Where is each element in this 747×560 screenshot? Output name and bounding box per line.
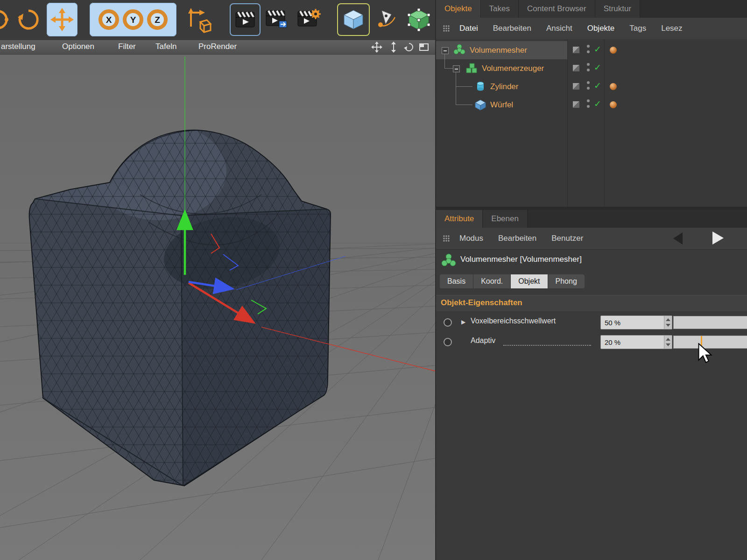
material-ball[interactable] bbox=[610, 47, 617, 54]
subtab-basis[interactable]: Basis bbox=[440, 274, 473, 288]
object-manager-tabbar: Objekte Takes Content Browser Struktur bbox=[436, 0, 747, 18]
tab-struktur[interactable]: Struktur bbox=[595, 0, 641, 18]
om-menu-datei[interactable]: Datei bbox=[459, 24, 478, 33]
panel-splitter[interactable] bbox=[436, 207, 747, 210]
tab-objekte[interactable]: Objekte bbox=[436, 0, 481, 18]
pan-view-icon[interactable] bbox=[371, 42, 382, 53]
object-manager-menubar: Datei Bearbeiten Ansicht Objekte Tags Le… bbox=[436, 18, 747, 40]
disclosure-triangle-icon[interactable]: ▶ bbox=[461, 319, 465, 325]
toggle-single-view-icon[interactable] bbox=[418, 42, 430, 53]
subtab-phong[interactable]: Phong bbox=[548, 274, 585, 288]
move-tool-icon bbox=[49, 7, 75, 32]
render-settings-icon bbox=[297, 8, 321, 31]
tab-ebenen[interactable]: Ebenen bbox=[483, 210, 528, 228]
volume-cube-icon bbox=[407, 7, 431, 32]
cylinder-icon bbox=[474, 80, 486, 92]
rotate-tool-icon bbox=[16, 7, 41, 32]
scale-tool-icon bbox=[0, 7, 10, 32]
adaptiv-field[interactable]: 20 % bbox=[600, 335, 672, 349]
menu-prorender[interactable]: ProRender bbox=[198, 42, 237, 51]
rotate-tool-button[interactable] bbox=[13, 3, 44, 36]
layer-swatch[interactable] bbox=[572, 83, 580, 90]
visibility-dots[interactable] bbox=[586, 63, 590, 73]
zoom-view-icon[interactable] bbox=[388, 42, 399, 53]
am-menu-benutzer[interactable]: Benutzer bbox=[551, 234, 583, 243]
render-to-picture-viewer-button[interactable] bbox=[262, 3, 291, 36]
volume-cube-button[interactable] bbox=[403, 3, 434, 36]
param-label: Adaptiv bbox=[471, 336, 495, 345]
z-axis-lock-icon: Z bbox=[145, 7, 169, 32]
visibility-dots[interactable] bbox=[586, 81, 590, 91]
keyframe-circle[interactable] bbox=[444, 338, 452, 346]
attribute-object-header: Volumenmesher [Volumenmesher] bbox=[436, 248, 747, 273]
menu-darstellung[interactable]: arstellung bbox=[1, 42, 35, 51]
volume-mesh bbox=[19, 120, 345, 498]
cube-icon bbox=[474, 98, 486, 111]
om-menu-objekte[interactable]: Objekte bbox=[587, 24, 615, 33]
om-menu-tags[interactable]: Tags bbox=[629, 24, 646, 33]
pen-spline-button[interactable] bbox=[372, 3, 401, 36]
value-stepper[interactable] bbox=[664, 316, 672, 329]
x-axis-lock-icon: X bbox=[97, 7, 121, 32]
viewport-3d[interactable] bbox=[0, 55, 435, 560]
om-menu-lesezeichen[interactable]: Lesez bbox=[661, 24, 682, 33]
menu-tafeln[interactable]: Tafeln bbox=[155, 42, 176, 51]
material-ball[interactable] bbox=[610, 101, 617, 108]
svg-text:X: X bbox=[106, 15, 112, 25]
subtab-objekt[interactable]: Objekt bbox=[511, 274, 548, 288]
object-name[interactable]: Volumenerzeuger bbox=[482, 59, 544, 77]
menu-optionen[interactable]: Optionen bbox=[62, 42, 94, 51]
object-tree: Volumenmesher ✓ Volumenerzeuger bbox=[436, 39, 747, 207]
expander-icon[interactable] bbox=[442, 47, 449, 54]
main-toolbar: X Y Z bbox=[0, 0, 435, 41]
panel-menu-grid-icon[interactable] bbox=[443, 25, 450, 32]
tab-attribute[interactable]: Attribute bbox=[436, 210, 483, 228]
visibility-dots[interactable] bbox=[586, 99, 590, 110]
section-header[interactable]: Objekt-Eigenschaften bbox=[436, 295, 747, 311]
pen-spline-icon bbox=[374, 8, 398, 31]
object-name[interactable]: Volumenmesher bbox=[470, 41, 527, 59]
layer-swatch[interactable] bbox=[572, 64, 580, 72]
am-menu-modus[interactable]: Modus bbox=[459, 234, 483, 243]
enabled-check-icon[interactable]: ✓ bbox=[594, 64, 601, 71]
menu-filter[interactable]: Filter bbox=[118, 42, 136, 51]
scale-tool-button[interactable] bbox=[0, 3, 10, 36]
panel-menu-grid-icon[interactable] bbox=[443, 235, 450, 242]
param-label: Voxelbereichsschwellwert bbox=[471, 317, 556, 325]
coordinate-system-button[interactable] bbox=[180, 3, 217, 36]
enabled-check-icon[interactable]: ✓ bbox=[594, 82, 601, 90]
tab-takes[interactable]: Takes bbox=[481, 0, 519, 18]
move-tool-button[interactable] bbox=[47, 3, 78, 36]
voxel-threshold-slider[interactable] bbox=[673, 316, 747, 329]
enabled-check-icon[interactable]: ✓ bbox=[594, 100, 601, 108]
expander-icon[interactable] bbox=[453, 65, 460, 72]
x-axis-lock-button[interactable]: X bbox=[97, 7, 121, 32]
material-ball[interactable] bbox=[610, 83, 617, 90]
visibility-dots[interactable] bbox=[586, 45, 590, 55]
attribute-subtabs: Basis Koord. Objekt Phong bbox=[440, 274, 585, 288]
render-settings-button[interactable] bbox=[294, 3, 324, 36]
enabled-check-icon[interactable]: ✓ bbox=[594, 46, 601, 53]
history-forward-icon[interactable] bbox=[712, 231, 724, 245]
history-back-icon[interactable] bbox=[673, 232, 683, 245]
y-axis-lock-icon: Y bbox=[121, 7, 145, 32]
object-name[interactable]: Zylinder bbox=[490, 77, 518, 96]
rotate-view-icon[interactable] bbox=[403, 42, 415, 53]
y-axis-lock-button[interactable]: Y bbox=[121, 7, 145, 32]
layer-swatch[interactable] bbox=[572, 46, 580, 54]
render-view-button[interactable] bbox=[231, 4, 260, 35]
subtab-koord[interactable]: Koord. bbox=[473, 274, 511, 288]
layer-swatch[interactable] bbox=[572, 101, 580, 108]
axis-lock-group: X Y Z bbox=[90, 3, 176, 36]
voxel-threshold-field[interactable]: 50 % bbox=[600, 315, 672, 329]
om-menu-ansicht[interactable]: Ansicht bbox=[546, 24, 572, 33]
keyframe-circle[interactable] bbox=[444, 318, 452, 327]
value-stepper[interactable] bbox=[664, 336, 672, 349]
object-name[interactable]: Würfel bbox=[490, 96, 513, 114]
z-axis-lock-button[interactable]: Z bbox=[145, 7, 169, 32]
om-menu-bearbeiten[interactable]: Bearbeiten bbox=[493, 24, 531, 33]
volume-mesher-icon bbox=[441, 253, 457, 269]
cube-primitive-button[interactable] bbox=[338, 4, 369, 35]
am-menu-bearbeiten[interactable]: Bearbeiten bbox=[498, 234, 536, 243]
tab-content-browser[interactable]: Content Browser bbox=[519, 0, 595, 18]
